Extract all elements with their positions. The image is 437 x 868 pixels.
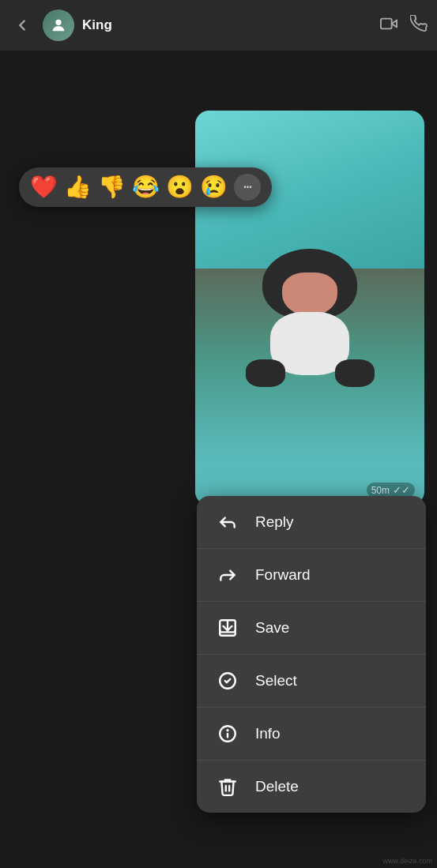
call-icon[interactable] xyxy=(410,15,428,36)
delete-icon xyxy=(216,775,239,798)
save-icon xyxy=(216,616,239,640)
emoji-cry[interactable]: 😢 xyxy=(200,176,228,198)
emoji-heart[interactable]: ❤️ xyxy=(30,176,58,198)
video-icon[interactable] xyxy=(380,15,397,36)
save-label: Save xyxy=(255,619,289,637)
avatar xyxy=(43,9,74,41)
emoji-laughing[interactable]: 😂 xyxy=(132,176,160,198)
forward-icon xyxy=(216,563,239,587)
menu-item-forward[interactable]: Forward xyxy=(197,549,426,602)
contact-name: King xyxy=(82,17,372,33)
header-action-icons xyxy=(380,15,428,36)
delete-label: Delete xyxy=(255,778,299,795)
svg-rect-2 xyxy=(381,18,392,28)
info-icon xyxy=(216,722,239,746)
reply-label: Reply xyxy=(255,513,294,531)
emoji-thumbsup[interactable]: 👍 xyxy=(64,176,92,198)
emoji-reaction-bar[interactable]: ❤️ 👍 👎 😂 😮 😢 ··· xyxy=(19,167,272,207)
menu-item-delete[interactable]: Delete xyxy=(197,761,426,813)
reply-icon xyxy=(216,510,239,534)
chat-area: ❤️ 👍 👎 😂 😮 😢 ··· 50m ✓✓ xyxy=(0,51,437,868)
emoji-wow[interactable]: 😮 xyxy=(166,176,194,198)
chat-header: King xyxy=(0,0,437,51)
emoji-more-button[interactable]: ··· xyxy=(234,174,261,201)
menu-item-select[interactable]: Select xyxy=(197,655,426,708)
forward-label: Forward xyxy=(255,566,311,584)
emoji-thumbsdown[interactable]: 👎 xyxy=(98,176,126,198)
watermark: www.deize.com xyxy=(382,857,432,865)
menu-item-info[interactable]: Info xyxy=(197,708,426,761)
menu-item-save[interactable]: Save xyxy=(197,602,426,655)
back-button[interactable] xyxy=(9,13,35,38)
menu-item-reply[interactable]: Reply xyxy=(197,496,426,549)
svg-marker-1 xyxy=(392,20,397,27)
message-status-icon: ✓✓ xyxy=(393,484,410,496)
context-menu: Reply Forward Save xyxy=(197,496,426,813)
info-label: Info xyxy=(255,725,281,742)
svg-point-0 xyxy=(55,20,61,25)
select-label: Select xyxy=(255,672,297,690)
select-icon xyxy=(216,669,239,693)
